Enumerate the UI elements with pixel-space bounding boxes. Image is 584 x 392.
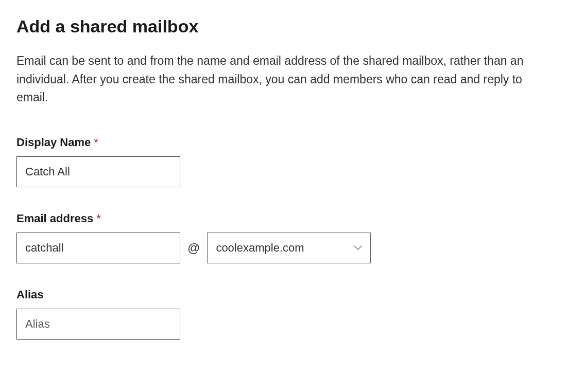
email-address-label: Email address xyxy=(16,212,93,225)
domain-select[interactable]: coolexample.com xyxy=(207,233,371,263)
email-local-input[interactable] xyxy=(16,233,180,263)
email-address-group: Email address * @ coolexample.com xyxy=(16,212,568,263)
alias-label: Alias xyxy=(16,288,44,301)
required-asterisk: * xyxy=(94,136,98,149)
page-description: Email can be sent to and from the name a… xyxy=(16,52,547,107)
email-address-label-row: Email address * xyxy=(16,212,568,225)
alias-group: Alias xyxy=(16,288,568,340)
page-title: Add a shared mailbox xyxy=(16,16,568,37)
chevron-down-icon xyxy=(354,245,362,251)
email-row: @ coolexample.com xyxy=(16,233,568,263)
display-name-label-row: Display Name * xyxy=(16,136,568,149)
at-symbol: @ xyxy=(187,241,200,255)
domain-select-value: coolexample.com xyxy=(216,241,304,255)
display-name-input[interactable] xyxy=(16,156,180,187)
display-name-group: Display Name * xyxy=(16,136,568,187)
display-name-label: Display Name xyxy=(16,136,91,149)
alias-label-row: Alias xyxy=(16,288,568,301)
required-asterisk: * xyxy=(96,212,101,225)
alias-input[interactable] xyxy=(16,309,180,340)
